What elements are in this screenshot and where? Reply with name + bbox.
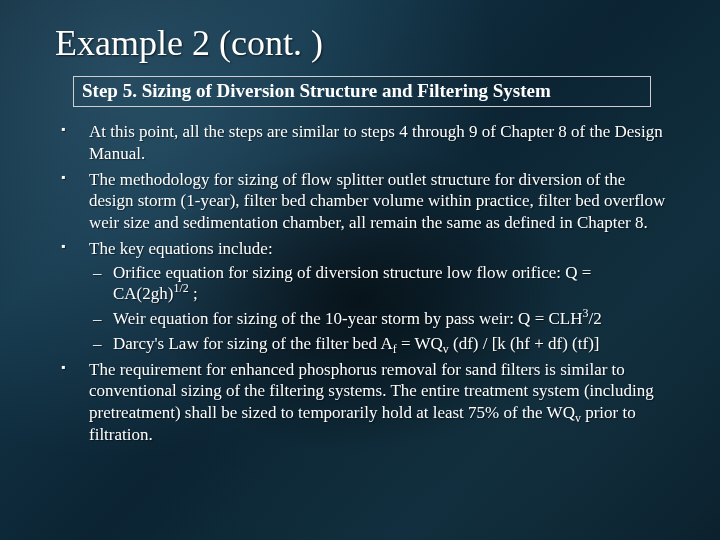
sub-bullet-item: Orifice equation for sizing of diversion… xyxy=(89,262,670,306)
bullet-item: At this point, all the steps are similar… xyxy=(55,121,670,165)
slide-title: Example 2 (cont. ) xyxy=(55,22,680,64)
sub-text: (df) / [k (hf + df) (tf)] xyxy=(449,334,600,353)
sub-text: ; xyxy=(189,284,198,303)
step-heading-box: Step 5. Sizing of Diversion Structure an… xyxy=(73,76,651,107)
sub-bullet-item: Darcy's Law for sizing of the filter bed… xyxy=(89,333,670,355)
slide: Example 2 (cont. ) Step 5. Sizing of Div… xyxy=(0,0,720,540)
bullet-item: The methodology for sizing of flow split… xyxy=(55,169,670,234)
bullet-list: At this point, all the steps are similar… xyxy=(55,121,680,446)
sub-text: Weir equation for sizing of the 10-year … xyxy=(113,309,582,328)
bullet-text: The key equations include: xyxy=(89,239,273,258)
sub-bullet-item: Weir equation for sizing of the 10-year … xyxy=(89,308,670,330)
sub-text: /2 xyxy=(588,309,601,328)
sub-bullet-list: Orifice equation for sizing of diversion… xyxy=(89,262,670,355)
step-heading-text: Step 5. Sizing of Diversion Structure an… xyxy=(82,80,551,101)
bullet-text: The requirement for enhanced phosphorus … xyxy=(89,360,654,423)
sub-text: = WQ xyxy=(397,334,443,353)
sub-text: Darcy's Law for sizing of the filter bed… xyxy=(113,334,393,353)
bullet-item: The key equations include: Orifice equat… xyxy=(55,238,670,355)
bullet-item: The requirement for enhanced phosphorus … xyxy=(55,359,670,446)
superscript: 1/2 xyxy=(173,282,188,296)
